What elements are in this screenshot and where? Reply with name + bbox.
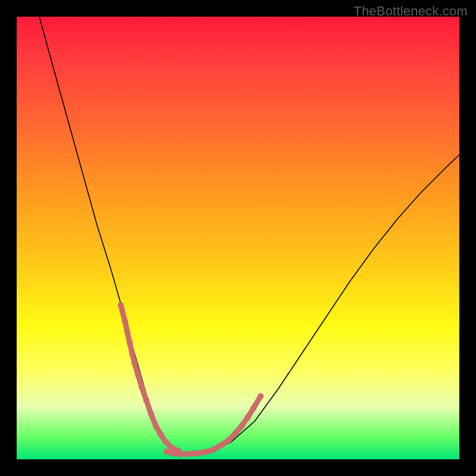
curve-canvas (17, 17, 459, 459)
bottleneck-curve (39, 17, 459, 453)
marker-dot (124, 329, 130, 335)
marker-dot (192, 450, 198, 456)
marker-dot (239, 423, 245, 429)
marker-dot (171, 450, 177, 456)
marker-dot (148, 411, 154, 417)
marker-dot (218, 442, 224, 448)
marker-dot (258, 393, 264, 399)
chart-frame: TheBottleneck.com (0, 0, 476, 476)
marker-dot (162, 439, 168, 444)
marker-dot (139, 384, 145, 390)
marker-dot (202, 449, 208, 455)
marker-dot (118, 302, 124, 308)
marker-dot (127, 340, 133, 346)
watermark-text: TheBottleneck.com (353, 4, 468, 19)
marker-dot (233, 430, 239, 436)
marker-dot (164, 449, 170, 455)
marker-dot (250, 405, 256, 411)
marker-dot (210, 447, 216, 453)
marker-dot (135, 372, 141, 378)
marker-layer (118, 302, 264, 457)
plot-area (17, 17, 459, 459)
marker-dot (131, 360, 137, 366)
marker-dot (158, 431, 164, 437)
marker-dot (143, 397, 149, 403)
marker-dot (245, 415, 250, 421)
marker-dot (185, 451, 191, 457)
marker-dot (129, 350, 135, 356)
marker-dot (226, 437, 231, 443)
marker-dot (153, 423, 159, 429)
marker-dot (122, 318, 128, 324)
marker-dot (178, 451, 184, 457)
